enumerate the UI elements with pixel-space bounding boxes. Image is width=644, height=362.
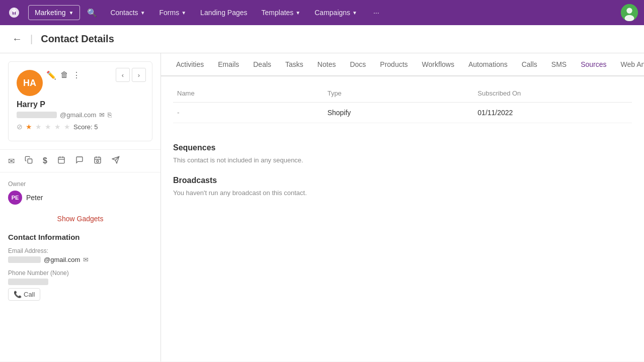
sequences-section: Sequences This contact is not included i…	[161, 131, 644, 168]
phone-icon: 📞	[14, 291, 22, 298]
star-1[interactable]: ★	[26, 123, 32, 131]
landing-pages-nav[interactable]: Landing Pages	[194, 6, 253, 20]
phone-number-blurred	[8, 279, 48, 285]
right-panel: ActivitiesEmailsDealsTasksNotesDocsProdu…	[161, 53, 644, 361]
left-panel: ✏️ 🗑 ⋮ ‹ › HA Harry P @gmail.com ✉ ⎘	[0, 53, 161, 361]
contact-info-section: Contact Information Email Address: @gmai…	[0, 229, 160, 311]
owner-avatar: PE	[8, 191, 22, 205]
sources-content: Name Type Subscribed On - Shopify 01/11/…	[161, 76, 644, 131]
star-4[interactable]: ★	[54, 123, 61, 131]
templates-chevron: ▼	[295, 10, 300, 16]
sequences-empty-message: This contact is not included in any sequ…	[173, 156, 632, 164]
owner-label: Owner	[8, 180, 152, 188]
search-button[interactable]: 🔍	[82, 5, 102, 21]
email-field-value: @gmail.com ✉	[8, 256, 152, 263]
marketing-label: Marketing	[35, 9, 65, 17]
app-logo	[6, 5, 22, 21]
tab-tasks[interactable]: Tasks	[278, 53, 310, 76]
email-action-button[interactable]: ✉	[4, 153, 19, 169]
col-type-header: Type	[328, 89, 478, 97]
svg-point-1	[626, 8, 632, 14]
star-5[interactable]: ★	[64, 123, 70, 131]
back-arrow-icon: ←	[12, 33, 22, 45]
star-2[interactable]: ★	[35, 123, 42, 131]
search-icon: 🔍	[87, 8, 97, 18]
back-button[interactable]: ←	[12, 33, 22, 45]
tab-calls[interactable]: Calls	[515, 53, 544, 76]
forms-nav[interactable]: Forms ▼	[153, 6, 193, 20]
phone-field-group: Phone Number (None) 📞 Call	[8, 269, 152, 301]
contact-info-title: Contact Information	[8, 233, 152, 241]
user-avatar[interactable]	[621, 4, 638, 21]
contacts-chevron: ▼	[140, 10, 145, 16]
copy-action-button[interactable]	[21, 153, 37, 169]
star-3[interactable]: ★	[45, 123, 51, 131]
col-subscribed-header: Subscribed On	[477, 89, 628, 97]
next-contact-button[interactable]: ›	[132, 68, 146, 82]
page-title: Contact Details	[41, 33, 114, 45]
col-name-header: Name	[177, 89, 328, 97]
email-field-label: Email Address:	[8, 247, 152, 254]
campaigns-chevron: ▼	[352, 10, 357, 16]
table-row: - Shopify 01/11/2022	[173, 103, 632, 123]
send-action-button[interactable]	[108, 153, 124, 169]
broadcasts-title: Broadcasts	[173, 176, 632, 185]
copy-icon: ⎘	[108, 111, 112, 119]
owner-initials: PE	[12, 195, 19, 201]
email-blurred	[17, 112, 57, 118]
calendar-action-button[interactable]	[53, 153, 69, 169]
contact-initials: HA	[23, 78, 36, 88]
more-nav[interactable]: ···	[367, 6, 385, 20]
tab-products[interactable]: Products	[373, 53, 415, 76]
star-rating-row: ⊘ ★ ★ ★ ★ ★ Score: 5	[17, 123, 144, 131]
call-button-label: Call	[24, 291, 35, 298]
more-options-button[interactable]: ⋮	[71, 68, 82, 82]
deal-action-button[interactable]: $	[39, 153, 51, 169]
tab-activities[interactable]: Activities	[169, 53, 211, 76]
campaigns-nav[interactable]: Campaigns ▼	[308, 6, 363, 20]
email-username-blurred	[8, 256, 41, 263]
tab-notes[interactable]: Notes	[310, 53, 343, 76]
table-header-row: Name Type Subscribed On	[173, 84, 632, 103]
main-layout: ✏️ 🗑 ⋮ ‹ › HA Harry P @gmail.com ✉ ⎘	[0, 53, 644, 361]
delete-button[interactable]: 🗑	[59, 68, 69, 82]
landing-pages-label: Landing Pages	[200, 9, 247, 17]
email-field-group: Email Address: @gmail.com ✉	[8, 247, 152, 263]
call-button[interactable]: 📞 Call	[8, 288, 40, 301]
tab-sources[interactable]: Sources	[574, 53, 613, 76]
owner-section: Owner PE Peter	[0, 172, 160, 209]
tab-sms[interactable]: SMS	[544, 53, 574, 76]
source-subscribed-cell: 01/11/2022	[477, 109, 628, 117]
top-nav: Marketing ▼ 🔍 Contacts ▼ Forms ▼ Landing…	[0, 0, 644, 25]
tab-web-analytics[interactable]: Web Analytics	[614, 53, 644, 76]
svg-rect-4	[58, 157, 64, 163]
sequences-title: Sequences	[173, 143, 632, 152]
templates-label: Templates	[262, 9, 294, 17]
action-toolbar: ✉ $	[0, 149, 160, 172]
svg-point-12	[97, 160, 99, 162]
marketing-dropdown[interactable]: Marketing ▼	[28, 5, 80, 20]
tab-workflows[interactable]: Workflows	[415, 53, 461, 76]
schedule-action-button[interactable]	[90, 153, 106, 169]
tab-deals[interactable]: Deals	[246, 53, 278, 76]
message-action-button[interactable]	[71, 153, 88, 169]
forms-chevron: ▼	[181, 10, 186, 16]
owner-name: Peter	[26, 194, 43, 202]
contacts-nav[interactable]: Contacts ▼	[104, 6, 151, 20]
header-divider: |	[30, 33, 33, 45]
tab-emails[interactable]: Emails	[211, 53, 246, 76]
source-type-cell: Shopify	[328, 109, 478, 117]
templates-nav[interactable]: Templates ▼	[256, 6, 307, 20]
broadcasts-section: Broadcasts You haven't run any broadcast…	[161, 168, 644, 205]
contact-name: Harry P	[17, 100, 144, 109]
show-gadgets-button[interactable]: Show Gadgets	[0, 209, 160, 229]
edit-button[interactable]: ✏️	[45, 68, 57, 82]
contact-card-actions: ✏️ 🗑 ⋮ ‹ ›	[45, 68, 146, 82]
prev-contact-button[interactable]: ‹	[116, 68, 130, 82]
email-field-domain: @gmail.com	[44, 256, 80, 263]
tab-docs[interactable]: Docs	[343, 53, 373, 76]
broadcasts-empty-message: You haven't run any broadcast on this co…	[173, 189, 632, 197]
tab-automations[interactable]: Automations	[461, 53, 515, 76]
no-symbol-icon: ⊘	[17, 123, 23, 131]
show-gadgets-label: Show Gadgets	[57, 215, 104, 223]
